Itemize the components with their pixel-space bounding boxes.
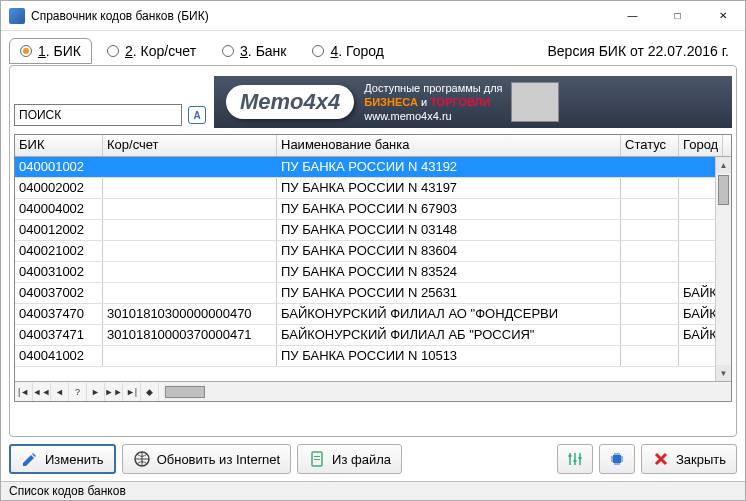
minimize-button[interactable]: — bbox=[610, 1, 655, 31]
table-row[interactable]: 040012002ПУ БАНКА РОССИИ N 03148 bbox=[15, 220, 731, 241]
cell-kor bbox=[103, 262, 277, 282]
nav-first-button[interactable]: |◄ bbox=[15, 383, 33, 401]
col-bik[interactable]: БИК bbox=[15, 135, 103, 156]
cell-status bbox=[621, 199, 679, 219]
tabs-row: 1. БИК2. Кор/счет3. Банк4. Город Версия … bbox=[1, 31, 745, 65]
table-row[interactable]: 040041002ПУ БАНКА РОССИИ N 10513 bbox=[15, 346, 731, 367]
col-name[interactable]: Наименование банка bbox=[277, 135, 621, 156]
cell-bik: 040041002 bbox=[15, 346, 103, 366]
table-row[interactable]: 040002002ПУ БАНКА РОССИИ N 43197 bbox=[15, 178, 731, 199]
cell-kor: 30101810300000000470 bbox=[103, 304, 277, 324]
version-label: Версия БИК от 22.07.2016 г. bbox=[547, 43, 737, 59]
cell-status bbox=[621, 178, 679, 198]
horizontal-scrollbar[interactable] bbox=[163, 384, 731, 400]
cell-kor bbox=[103, 283, 277, 303]
svg-rect-5 bbox=[573, 460, 576, 462]
banner-url: www.memo4x4.ru bbox=[364, 109, 502, 123]
cell-status bbox=[621, 283, 679, 303]
edit-button[interactable]: Изменить bbox=[9, 444, 116, 474]
content-panel: А Memo4x4 Доступные программы для БИЗНЕС… bbox=[9, 65, 737, 437]
col-city[interactable]: Город bbox=[679, 135, 723, 156]
update-internet-button[interactable]: Обновить из Internet bbox=[122, 444, 291, 474]
tab-label: 1. БИК bbox=[38, 43, 81, 59]
cell-bik: 040012002 bbox=[15, 220, 103, 240]
sort-az-button[interactable]: А bbox=[188, 106, 206, 124]
radio-icon bbox=[222, 45, 234, 57]
table-row[interactable]: 04003747030101810300000000470БАЙКОНУРСКИ… bbox=[15, 304, 731, 325]
maximize-button[interactable]: □ bbox=[655, 1, 700, 31]
search-wrap: А bbox=[14, 104, 206, 128]
cell-name: ПУ БАНКА РОССИИ N 43197 bbox=[277, 178, 621, 198]
svg-rect-2 bbox=[314, 456, 320, 457]
cell-name: ПУ БАНКА РОССИИ N 83524 bbox=[277, 262, 621, 282]
close-label: Закрыть bbox=[676, 452, 726, 467]
scroll-thumb[interactable] bbox=[718, 175, 729, 205]
cell-status bbox=[621, 346, 679, 366]
grid-header: БИК Кор/счет Наименование банка Статус Г… bbox=[15, 135, 731, 157]
cell-bik: 040001002 bbox=[15, 157, 103, 177]
banner-text: Доступные программы для БИЗНЕСА и ТОРГОВ… bbox=[364, 81, 502, 124]
status-text: Список кодов банков bbox=[9, 484, 126, 498]
banner-and: и bbox=[418, 96, 430, 108]
cell-status bbox=[621, 157, 679, 177]
tab-label: 2. Кор/счет bbox=[125, 43, 196, 59]
scroll-up-icon[interactable]: ▲ bbox=[716, 157, 731, 173]
file-icon bbox=[308, 450, 326, 468]
bottom-toolbar: Изменить Обновить из Internet Из файла З… bbox=[1, 437, 745, 481]
edit-label: Изменить bbox=[45, 452, 104, 467]
banner[interactable]: Memo4x4 Доступные программы для БИЗНЕСА … bbox=[214, 76, 732, 128]
close-app-button[interactable]: Закрыть bbox=[641, 444, 737, 474]
table-row[interactable]: 04003747130101810000370000471БАЙКОНУРСКИ… bbox=[15, 325, 731, 346]
cell-kor bbox=[103, 220, 277, 240]
cell-status bbox=[621, 304, 679, 324]
pencil-icon bbox=[21, 450, 39, 468]
banner-trade: ТОРГОВЛИ bbox=[430, 96, 490, 108]
cell-bik: 040021002 bbox=[15, 241, 103, 261]
tab-label: 4. Город bbox=[330, 43, 383, 59]
svg-rect-6 bbox=[578, 457, 581, 459]
banner-logo: Memo4x4 bbox=[226, 85, 354, 119]
table-row[interactable]: 040037002ПУ БАНКА РОССИИ N 25631БАЙК bbox=[15, 283, 731, 304]
nav-help-button[interactable]: ? bbox=[69, 383, 87, 401]
table-row[interactable]: 040004002ПУ БАНКА РОССИИ N 67903 bbox=[15, 199, 731, 220]
cell-kor bbox=[103, 157, 277, 177]
nav-prev-button[interactable]: ◄ bbox=[51, 383, 69, 401]
fromfile-label: Из файла bbox=[332, 452, 391, 467]
tab-label: 3. Банк bbox=[240, 43, 286, 59]
col-status[interactable]: Статус bbox=[621, 135, 679, 156]
table-row[interactable]: 040021002ПУ БАНКА РОССИИ N 83604 bbox=[15, 241, 731, 262]
col-kor[interactable]: Кор/счет bbox=[103, 135, 277, 156]
nav-next-page-button[interactable]: ►► bbox=[105, 383, 123, 401]
chip-button[interactable] bbox=[599, 444, 635, 474]
hscroll-thumb[interactable] bbox=[165, 386, 205, 398]
cell-status bbox=[621, 241, 679, 261]
vertical-scrollbar[interactable]: ▲ ▼ bbox=[715, 157, 731, 381]
from-file-button[interactable]: Из файла bbox=[297, 444, 402, 474]
tab-город[interactable]: 4. Город bbox=[301, 38, 394, 64]
table-row[interactable]: 040001002ПУ БАНКА РОССИИ N 43192 bbox=[15, 157, 731, 178]
banner-pc-icon bbox=[511, 82, 559, 122]
cell-name: ПУ БАНКА РОССИИ N 25631 bbox=[277, 283, 621, 303]
cell-status bbox=[621, 220, 679, 240]
search-input[interactable] bbox=[14, 104, 182, 126]
grid-body[interactable]: 040001002ПУ БАНКА РОССИИ N 4319204000200… bbox=[15, 157, 731, 381]
close-button[interactable]: ✕ bbox=[700, 1, 745, 31]
cell-bik: 040002002 bbox=[15, 178, 103, 198]
nav-bookmark-button[interactable]: ◆ bbox=[141, 383, 159, 401]
cell-name: ПУ БАНКА РОССИИ N 67903 bbox=[277, 199, 621, 219]
settings-button[interactable] bbox=[557, 444, 593, 474]
scroll-down-icon[interactable]: ▼ bbox=[716, 365, 731, 381]
tab-кор/счет[interactable]: 2. Кор/счет bbox=[96, 38, 207, 64]
svg-rect-4 bbox=[568, 455, 571, 457]
data-grid[interactable]: БИК Кор/счет Наименование банка Статус Г… bbox=[14, 134, 732, 402]
table-row[interactable]: 040031002ПУ БАНКА РОССИИ N 83524 bbox=[15, 262, 731, 283]
chip-icon bbox=[608, 450, 626, 468]
nav-prev-page-button[interactable]: ◄◄ bbox=[33, 383, 51, 401]
tab-банк[interactable]: 3. Банк bbox=[211, 38, 297, 64]
cell-kor: 30101810000370000471 bbox=[103, 325, 277, 345]
cell-status bbox=[621, 262, 679, 282]
tab-бик[interactable]: 1. БИК bbox=[9, 38, 92, 64]
nav-next-button[interactable]: ► bbox=[87, 383, 105, 401]
nav-last-button[interactable]: ►| bbox=[123, 383, 141, 401]
cell-kor bbox=[103, 178, 277, 198]
